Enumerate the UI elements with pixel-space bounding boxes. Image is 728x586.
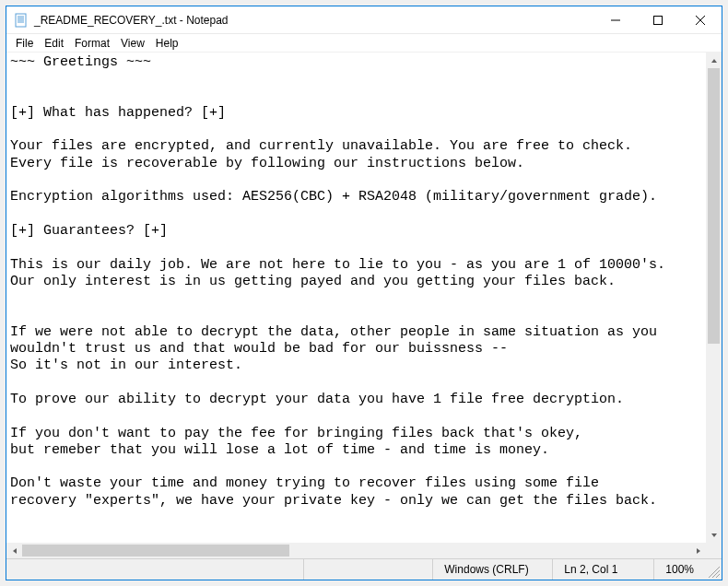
svg-marker-10 bbox=[711, 533, 717, 537]
scroll-track-vertical[interactable] bbox=[706, 68, 722, 527]
status-blank bbox=[303, 559, 432, 580]
horizontal-scrollbar[interactable] bbox=[6, 543, 706, 558]
vertical-scrollbar[interactable] bbox=[706, 53, 722, 543]
svg-marker-11 bbox=[13, 548, 17, 554]
svg-rect-6 bbox=[654, 16, 663, 24]
menu-file[interactable]: File bbox=[10, 35, 39, 52]
scroll-thumb-horizontal[interactable] bbox=[22, 545, 289, 557]
scroll-corner bbox=[706, 543, 722, 558]
close-button[interactable] bbox=[679, 6, 722, 33]
svg-line-15 bbox=[716, 574, 720, 578]
notepad-window: _README_RECOVERY_.txt - Notepad File Edi… bbox=[6, 6, 722, 580]
menu-format[interactable]: Format bbox=[69, 35, 115, 52]
menubar: File Edit Format View Help bbox=[6, 34, 722, 53]
scroll-down-arrow-icon[interactable] bbox=[706, 527, 722, 543]
menu-view[interactable]: View bbox=[115, 35, 150, 52]
menu-edit[interactable]: Edit bbox=[39, 35, 69, 52]
minimize-button[interactable] bbox=[594, 6, 637, 33]
text-editor[interactable]: ~~~ Greetings ~~~ [+] What has happened?… bbox=[6, 53, 706, 543]
titlebar: _README_RECOVERY_.txt - Notepad bbox=[6, 6, 722, 34]
menu-help[interactable]: Help bbox=[150, 35, 184, 52]
window-controls bbox=[594, 6, 722, 33]
status-position: Ln 2, Col 1 bbox=[552, 559, 653, 580]
status-zoom: 100% bbox=[653, 559, 705, 580]
notepad-icon bbox=[14, 13, 29, 28]
scroll-up-arrow-icon[interactable] bbox=[706, 53, 722, 68]
resize-grip-icon[interactable] bbox=[705, 559, 722, 580]
svg-marker-12 bbox=[697, 548, 700, 554]
svg-marker-9 bbox=[711, 59, 717, 63]
svg-line-14 bbox=[712, 570, 720, 578]
statusbar: Windows (CRLF) Ln 2, Col 1 100% bbox=[6, 558, 722, 580]
scroll-track-horizontal[interactable] bbox=[22, 543, 690, 558]
window-title: _README_RECOVERY_.txt - Notepad bbox=[34, 14, 594, 27]
maximize-button[interactable] bbox=[637, 6, 679, 33]
scroll-right-arrow-icon[interactable] bbox=[690, 543, 706, 558]
editor-area: ~~~ Greetings ~~~ [+] What has happened?… bbox=[6, 53, 722, 558]
scroll-thumb-vertical[interactable] bbox=[708, 68, 720, 344]
scroll-left-arrow-icon[interactable] bbox=[6, 543, 22, 558]
status-encoding: Windows (CRLF) bbox=[432, 559, 552, 580]
